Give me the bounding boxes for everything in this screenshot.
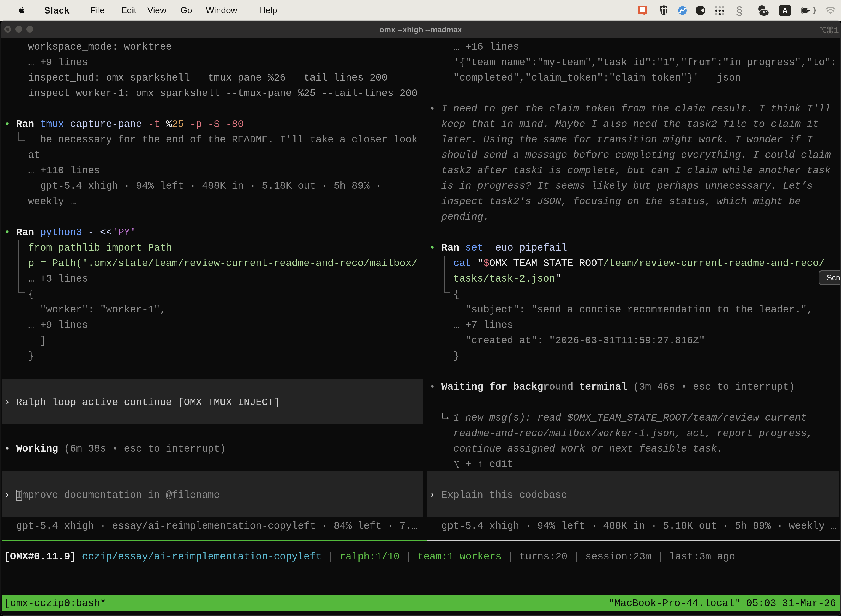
svg-text:A: A [782,7,788,15]
svg-text:1: 1 [834,26,839,35]
svg-text:..61: ..61 [760,10,768,15]
